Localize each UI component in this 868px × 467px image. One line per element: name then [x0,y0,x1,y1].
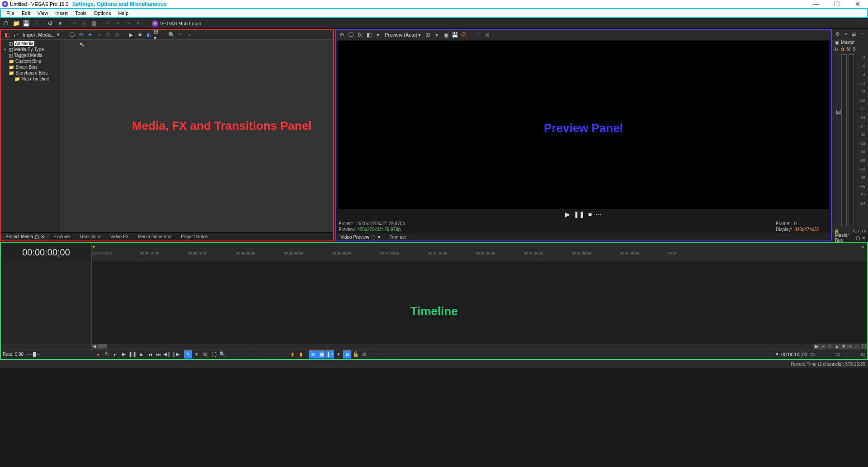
snap-dropdown-icon[interactable]: ▾ [335,350,343,359]
timeline-timecode[interactable]: 00:00:00;00 [22,247,70,258]
menu-insert[interactable]: Insert [52,9,71,17]
tab-master-bus[interactable]: Master Bus▢✕ [832,234,868,241]
video-output-fx-icon[interactable]: fx [356,31,364,39]
remove-media-icon[interactable]: ✕ [95,31,103,39]
tree-all-media[interactable]: ◫All Media [2,41,61,47]
redo-dropdown-icon[interactable]: ▾ [133,19,142,28]
render-icon[interactable]: ⤴ [32,19,41,28]
preview-stop-icon[interactable]: ■ [136,31,144,39]
playback-rate-slider[interactable] [26,353,40,356]
timeline-btn-c[interactable]: ▫ [249,350,257,359]
cursor-flag-icon[interactable]: ▾ [776,351,778,357]
adjustment-icon[interactable]: ≡ [474,31,482,39]
split-screen-dropdown-icon[interactable]: ▾ [374,31,382,39]
tool-dropdown[interactable]: ▾ [193,350,201,359]
timeline-btn-e[interactable]: ▫ [266,350,274,359]
copy-snapshot-icon[interactable]: Ⓥ [460,31,468,39]
menu-edit[interactable]: Edit [18,9,34,17]
timeline-tracks-area[interactable] [91,261,867,344]
meter-fader-icon[interactable]: ▤ [836,108,841,115]
auto-ripple2-icon[interactable]: ▮ [297,350,305,359]
auto-preview-icon[interactable]: ◐ [145,31,153,39]
properties-icon[interactable]: ⚙ [46,19,55,28]
zoom-tool-icon[interactable]: ⛶ [210,350,218,359]
undo-dropdown-icon[interactable]: ▾ [113,19,123,28]
scroll-thumb[interactable] [98,344,107,349]
loop-button[interactable]: ↻ [103,350,111,359]
get-photo-icon[interactable]: ✦ [86,31,94,39]
tab-transitions[interactable]: Transitions [75,233,106,241]
timeline-btn-b[interactable]: ▫ [241,350,249,359]
media-content-area[interactable]: Media, FX and Transitions Panel [62,40,333,232]
zoom-in-track-icon[interactable]: + [854,344,860,349]
meter-downmix-icon[interactable]: 🔉 [851,30,858,38]
preview-stop-button[interactable]: ■ [588,211,592,218]
timeline-ruler[interactable]: ▾ 00:00:00;00 00:00:10;00 00:00:19;29 00… [91,243,859,261]
auto-crossfade-icon[interactable]: ⧄ [343,350,351,359]
scroll-up-icon[interactable]: ▲ [834,344,840,349]
paste-icon[interactable]: 📋 [90,19,99,28]
stop-button[interactable]: ■ [137,350,145,359]
vegas-hub-login-button[interactable]: H VEGAS Hub Login [149,20,204,27]
get-media-icon[interactable]: ⟲ [77,31,85,39]
snap-icon[interactable]: ⧈ [309,350,317,359]
footer-timecode[interactable]: 00:00:00;00 [781,352,807,357]
timeline-marker-end[interactable]: ▸ [859,243,867,261]
preview-quality-button[interactable]: Preview (Auto)▾ [383,32,423,38]
meter-settings-icon[interactable]: ⚙ [834,30,841,38]
prev-frame-button[interactable]: ◀❙ [163,350,171,359]
zoom-in-time-icon[interactable]: + [827,344,833,349]
dropdown-icon[interactable]: ▾ [56,19,65,28]
tab-video-preview[interactable]: Video Preview▢✕ [336,233,385,241]
open-project-icon[interactable]: 📁 [12,19,21,28]
zoom-out-track-icon[interactable]: − [847,344,854,349]
cut-icon[interactable]: ✂ [70,19,79,28]
tab-media-generator[interactable]: Media Generator [133,233,176,241]
go-end-button[interactable]: ⏭ [154,350,162,359]
scroll-right-icon[interactable]: ▶ [813,344,820,349]
media-properties-icon[interactable]: ⚙ [104,31,112,39]
save-snapshot-icon[interactable]: 💾 [451,31,459,39]
close-button[interactable]: ✕ [847,0,868,8]
tab-project-notes[interactable]: Project Notes [176,233,212,241]
meter-output-icon[interactable]: ≡ [859,30,867,38]
footer-tc-box2-icon[interactable]: ▭ [835,351,840,357]
preview-on-external-icon[interactable]: 🖵 [347,31,355,39]
tree-storyboard-bins[interactable]: −📁Storyboard Bins [2,70,61,76]
meter-automation-icon[interactable]: ✿ [841,47,844,52]
selection-tool-icon[interactable]: ⧉ [201,350,209,359]
media-fx-icon[interactable]: ✿ [113,31,121,39]
preview-play-icon[interactable]: ▶ [127,31,135,39]
search-icon[interactable]: 🔍 [167,31,175,39]
project-media-icon[interactable]: ◧ [3,31,11,39]
overlays-icon[interactable]: ⊞ [424,31,432,39]
footer-tc-box3-icon[interactable]: ▭ [861,351,865,357]
tree-tagged-media[interactable]: ◫Tagged Media [2,52,61,58]
timeline-cursor-marker[interactable]: ▾ [93,244,95,249]
zoom-fit-icon[interactable]: ⛶ [861,344,867,349]
meter-dim-icon[interactable]: ✧ [843,30,850,38]
views-icon[interactable]: ⊞ ▾ [154,31,162,39]
lock-envelopes-icon[interactable]: 🔓 [352,350,360,359]
timeline-btn-f[interactable]: ▫ [275,350,283,359]
undo-icon[interactable]: ↶ [104,19,113,28]
record-button[interactable]: ● [94,350,102,359]
redo-icon[interactable]: ↷ [123,19,132,28]
preview-play-button[interactable]: ▶ [565,211,570,218]
meter-solo-button[interactable]: S [853,47,856,52]
maximize-button[interactable]: ☐ [826,0,847,8]
import-media-button[interactable]: Import Media... ▾ [21,32,61,38]
snap-markers-icon[interactable]: ❙≡ [326,350,334,359]
tab-explorer[interactable]: Explorer [49,233,75,241]
menu-view[interactable]: View [34,9,52,17]
menu-options[interactable]: Options [90,9,115,17]
media-tree-icon[interactable]: ⇄ [12,31,20,39]
play-from-start-button[interactable]: ⏯ [111,350,119,359]
timeline-btn-g[interactable]: ▫ [374,350,382,359]
meter-scale[interactable]: ▤ -3 -6 -9 -12 -15 -18 -21 -24 -27 -30 -… [832,54,868,226]
tree-main-timeline[interactable]: 📁Main Timeline [2,76,61,82]
tab-project-media[interactable]: Project Media▢✕ [1,233,49,241]
new-project-icon[interactable]: 🗋 [2,19,11,28]
scale-video-icon[interactable]: ▣ [442,31,450,39]
timeline-btn-a[interactable]: ▫ [232,350,240,359]
